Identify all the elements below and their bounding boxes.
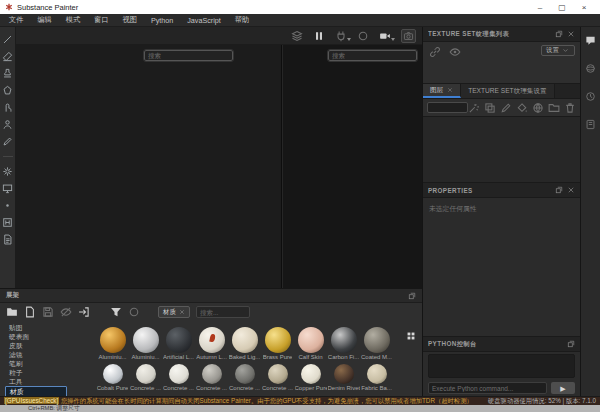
toggle-hidden-button[interactable] — [60, 306, 72, 318]
tab-settings-label: TEXTURE SET纹理集设置 — [468, 87, 546, 96]
shelf-category-0[interactable]: 贴图 — [5, 323, 67, 332]
maximize-button[interactable]: ▢ — [551, 0, 573, 14]
material-item[interactable]: Aluminiu... — [129, 327, 162, 362]
connection-button[interactable] — [335, 30, 347, 42]
add-effect-button[interactable] — [468, 102, 480, 114]
shelf-category-1[interactable]: 硬表面 — [5, 332, 67, 341]
menu-item-0[interactable]: 文件 — [2, 15, 30, 25]
import-resources-button[interactable] — [78, 306, 90, 318]
polygon-fill-tool-button[interactable] — [2, 85, 13, 96]
shelf-category-3[interactable]: 滤镜 — [5, 350, 67, 359]
tab-texture-set-settings[interactable]: TEXTURE SET纹理集设置 — [461, 84, 554, 98]
shelf-category-6[interactable]: 工具 — [5, 377, 67, 386]
add-folder-button[interactable] — [548, 102, 560, 114]
add-fill-layer-button[interactable] — [516, 102, 528, 114]
save-resources-button[interactable] — [42, 306, 54, 318]
tab-layers[interactable]: 图层 — [423, 84, 461, 98]
menu-item-3[interactable]: 窗口 — [87, 15, 115, 25]
texture-set-filter-dropdown[interactable]: 设置 — [541, 45, 575, 56]
python-run-button[interactable]: ▶ — [551, 382, 575, 394]
pause-engine-button[interactable] — [313, 30, 325, 42]
add-smart-material-button[interactable] — [532, 102, 544, 114]
material-item[interactable]: Artificial L... — [162, 327, 195, 362]
material-item[interactable]: Coated M... — [360, 327, 393, 362]
log-button[interactable] — [585, 119, 596, 130]
add-paint-layer-button[interactable] — [500, 102, 512, 114]
menu-item-6[interactable]: JavaScript — [180, 16, 228, 25]
link-texture-sets-button[interactable] — [429, 46, 441, 58]
settings-button[interactable] — [2, 166, 13, 177]
material-item[interactable]: Calf Skin — [294, 327, 327, 362]
scene-layers-button[interactable] — [291, 30, 303, 42]
history-button[interactable] — [585, 91, 596, 102]
viewport-3d-search-input[interactable] — [144, 50, 233, 61]
shelf-category-4[interactable]: 笔刷 — [5, 359, 67, 368]
popout-icon[interactable] — [567, 340, 575, 348]
close-panel-icon[interactable] — [567, 186, 575, 194]
material-item[interactable]: Concrete ... — [261, 364, 294, 393]
minimize-button[interactable]: – — [529, 0, 551, 14]
material-item[interactable]: Autumn L... — [195, 327, 228, 362]
plugin-button[interactable] — [2, 217, 13, 228]
python-command-input[interactable] — [428, 382, 547, 394]
grid-view-toggle[interactable] — [406, 331, 416, 341]
filter-state-button[interactable] — [128, 306, 140, 318]
eraser-tool-button[interactable] — [2, 51, 13, 62]
material-label: Concrete ... — [163, 384, 194, 393]
viewport-2d[interactable] — [283, 45, 422, 288]
delete-layer-button[interactable] — [564, 102, 576, 114]
material-item[interactable]: Concrete ... — [162, 364, 195, 393]
filter-button[interactable] — [110, 306, 122, 318]
material-item[interactable]: Cobalt Pure — [96, 364, 129, 393]
menu-item-7[interactable]: 帮助 — [228, 15, 256, 25]
viewport-3d[interactable] — [16, 45, 282, 288]
layer-list[interactable] — [423, 117, 580, 183]
shelf-search-input[interactable] — [196, 306, 250, 318]
material-item[interactable]: Copper Pure — [294, 364, 327, 393]
shelf-category-5[interactable]: 粒子 — [5, 368, 67, 377]
camera-video-button[interactable] — [379, 30, 391, 42]
tab-layers-label: 图层 — [430, 86, 443, 95]
material-item[interactable]: Brass Pure — [261, 327, 294, 362]
dot-button[interactable] — [2, 200, 13, 211]
menu-item-1[interactable]: 编辑 — [30, 15, 58, 25]
material-item[interactable]: Concrete ... — [129, 364, 162, 393]
popout-icon[interactable] — [408, 292, 416, 300]
viewport-2d-search-input[interactable] — [328, 50, 417, 61]
popout-icon[interactable] — [555, 30, 563, 38]
close-tab-icon[interactable] — [447, 87, 453, 93]
close-panel-icon[interactable] — [567, 30, 575, 38]
menu-item-2[interactable]: 模式 — [59, 15, 87, 25]
projection-tool-button[interactable] — [2, 68, 13, 79]
shelf-filter-tag[interactable]: 材质 — [158, 306, 190, 318]
material-item[interactable]: Concrete ... — [228, 364, 261, 393]
camera-button[interactable] — [401, 29, 416, 43]
add-instance-button[interactable] — [484, 102, 496, 114]
material-item[interactable]: Aluminiu... — [96, 327, 129, 362]
paint-tool-button[interactable] — [2, 34, 13, 45]
clone-tool-button[interactable] — [2, 119, 13, 130]
notifications-panel-button[interactable] — [585, 35, 596, 46]
material-item[interactable]: Denim Rivet — [327, 364, 360, 393]
remove-filter-icon[interactable] — [179, 309, 185, 315]
new-resource-button[interactable] — [24, 306, 36, 318]
material-item[interactable]: Baked Lig... — [228, 327, 261, 362]
popout-icon[interactable] — [555, 186, 563, 194]
display-button[interactable] — [2, 183, 13, 194]
menu-item-4[interactable]: 视图 — [116, 15, 144, 25]
material-picker-tool-button[interactable] — [2, 136, 13, 147]
layer-blend-dropdown[interactable] — [427, 102, 468, 113]
resources-button[interactable] — [2, 234, 13, 245]
close-button[interactable]: × — [573, 0, 595, 14]
shelf-category-2[interactable]: 皮肤 — [5, 341, 67, 350]
menu-item-5[interactable]: Python — [144, 16, 180, 25]
material-item[interactable]: Fabric Ba... — [360, 364, 393, 393]
open-shelf-folder-button[interactable] — [6, 306, 18, 318]
display-settings-button[interactable] — [585, 63, 596, 74]
smudge-tool-button[interactable] — [2, 102, 13, 113]
material-label: Denim Rivet — [328, 384, 360, 393]
render-mode-button[interactable] — [357, 30, 369, 42]
material-item[interactable]: Concrete ... — [195, 364, 228, 393]
material-item[interactable]: Carbon Fi... — [327, 327, 360, 362]
texture-set-visibility-button[interactable] — [449, 46, 461, 58]
